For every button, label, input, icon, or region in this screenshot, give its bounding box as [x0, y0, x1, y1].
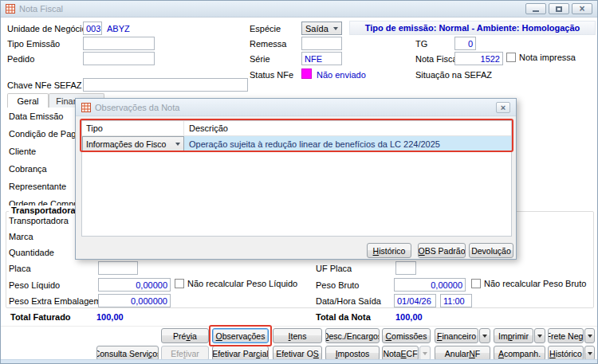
marca-label: Marca [9, 232, 33, 241]
tipo-emissao-label: Tipo Emissão [7, 39, 60, 49]
modal-app-icon [81, 103, 91, 112]
status-nfe-swatch [301, 68, 312, 79]
chave-nfe-input[interactable] [83, 78, 248, 92]
remessa-label: Remessa [250, 39, 286, 49]
observacoes-modal: Observações da Nota × Tipo Descrição Inf… [75, 98, 517, 260]
recalc-peso-liquido-checkbox[interactable] [175, 279, 184, 288]
chave-nfe-label: Chave NFe SEFAZ [7, 80, 82, 90]
nota-impressa-checkbox-row: Nota impressa [506, 53, 576, 62]
minimize-icon [533, 10, 539, 12]
representante-label: Representante [9, 182, 66, 191]
frete-neg-button[interactable]: Frete Neg. [548, 328, 584, 343]
recalc-peso-bruto-checkbox[interactable] [471, 279, 481, 288]
pedido-input[interactable] [83, 52, 155, 65]
recalc-peso-bruto-label: Não recalcular Peso Bruto [484, 279, 586, 288]
peso-bruto-input[interactable]: 0,00000 [394, 278, 466, 292]
grid-row-selected[interactable]: Informações do Fisco Operação sujeita à … [82, 136, 511, 151]
historico-modal-button[interactable]: Histórico [367, 243, 411, 258]
imprimir-dropdown-button[interactable] [534, 328, 545, 343]
cliente-label: Cliente [9, 147, 36, 156]
comissoes-button[interactable]: Comissões [382, 328, 431, 343]
nota-fiscal-input[interactable]: 1522 [454, 52, 503, 65]
obs-padrao-button[interactable]: OBS Padrão [418, 243, 466, 258]
especie-label: Espécie [250, 24, 281, 33]
close-icon: × [501, 104, 506, 112]
total-nota-value: 100,00 [395, 312, 423, 322]
serie-label: Série [250, 54, 270, 64]
close-button[interactable]: × [572, 3, 592, 14]
data-emissao-label: Data Emissão [9, 112, 63, 121]
grid-header-tipo: Tipo [82, 121, 184, 135]
financeiro-button[interactable]: Financeiro [435, 328, 478, 343]
chevron-down-icon [588, 352, 592, 355]
chevron-down-icon [537, 335, 542, 338]
transportadora-group-label: Transportadora [9, 205, 78, 215]
previa-button[interactable]: Prévia [161, 328, 209, 343]
status-nfe-value: Não enviado [317, 70, 366, 80]
peso-extra-label: Peso Extra Embalagem [9, 296, 101, 306]
status-nfe-label: Status NFe [250, 70, 293, 80]
tg-label: TG [415, 39, 427, 49]
total-nota-label: Total da Nota [316, 312, 371, 322]
hora-saida-input[interactable]: 11:00 [440, 294, 472, 307]
financeiro-dropdown-button[interactable] [479, 328, 490, 343]
tab-geral[interactable]: Geral [7, 93, 49, 108]
uf-placa-input[interactable] [395, 261, 416, 275]
tipo-select[interactable]: Informações do Fisco [82, 136, 184, 151]
imprimir-button[interactable]: Imprimir [494, 328, 533, 343]
observacoes-button[interactable]: Observações [212, 328, 269, 343]
desc-encargos-button[interactable]: Desc./Encargos [325, 328, 380, 343]
serie-input[interactable]: NFE [301, 52, 342, 65]
modal-title: Observações da Nota [95, 103, 179, 112]
especie-value: Saída [305, 24, 329, 33]
toolbar-separator [1, 326, 598, 327]
chevron-down-icon [175, 143, 180, 146]
tipo-emissao-input[interactable] [83, 37, 155, 50]
nota-fiscal-label: Nota Fiscal [415, 54, 459, 64]
app-icon [6, 4, 15, 14]
maximize-icon [556, 6, 562, 12]
window-title: Nota Fiscal [19, 4, 63, 14]
window-controls: × [525, 3, 592, 14]
maximize-button[interactable] [549, 3, 569, 14]
data-hora-saida-label: Data/Hora Saída [316, 296, 381, 306]
especie-select[interactable]: Saída [301, 22, 342, 35]
nota-impressa-label: Nota impressa [519, 53, 576, 62]
peso-liquido-input[interactable]: 0,00000 [98, 278, 171, 292]
placa-input[interactable] [98, 261, 138, 275]
situacao-sefaz-label: Situação na SEFAZ [415, 70, 492, 80]
chevron-down-icon [423, 352, 427, 355]
modal-close-button[interactable]: × [496, 102, 510, 113]
chevron-down-icon [588, 335, 592, 338]
recalc-peso-liquido-row: Não recalcular Peso Líquido [175, 279, 297, 288]
recalc-peso-liquido-label: Não recalcular Peso Líquido [187, 279, 297, 288]
descricao-value: Operação sujeita à redução linear de ben… [184, 139, 511, 149]
grid-header-row: Tipo Descrição [82, 121, 511, 136]
emission-environment-banner: Tipo de emissão: Normal - Ambiente: Homo… [349, 21, 596, 35]
chevron-down-icon [333, 27, 338, 30]
devolucao-button[interactable]: Devolução [469, 243, 513, 258]
peso-bruto-label: Peso Bruto [316, 280, 359, 290]
itens-button[interactable]: Itens [273, 328, 322, 343]
pedido-label: Pedido [7, 54, 34, 64]
recalc-peso-bruto-row: Não recalcular Peso Bruto [471, 279, 586, 288]
uf-placa-label: UF Placa [316, 264, 352, 273]
data-saida-input[interactable]: 01/04/26 [394, 294, 436, 307]
frete-neg-dropdown-button[interactable] [584, 328, 595, 343]
close-icon: × [579, 5, 584, 13]
window-titlebar[interactable]: Nota Fiscal × [1, 1, 597, 18]
cobranca-label: Cobrança [9, 164, 47, 174]
peso-extra-input[interactable]: 0,000000 [98, 294, 171, 307]
peso-liquido-label: Peso Líquido [9, 280, 60, 290]
minimize-button[interactable] [525, 3, 546, 14]
tg-input[interactable]: 0 [454, 37, 476, 50]
modal-titlebar[interactable]: Observações da Nota × [76, 99, 516, 116]
nota-impressa-checkbox[interactable] [506, 53, 516, 62]
total-faturado-label: Total Faturado [10, 312, 71, 322]
status-strip [1, 359, 598, 364]
tipo-value: Informações do Fisco [86, 139, 166, 149]
total-faturado-value: 100,00 [96, 312, 124, 322]
unidade-negocio-input[interactable]: 003 [83, 22, 102, 35]
observacoes-grid: Tipo Descrição Informações do Fisco Oper… [81, 120, 512, 237]
remessa-input[interactable] [301, 37, 342, 50]
